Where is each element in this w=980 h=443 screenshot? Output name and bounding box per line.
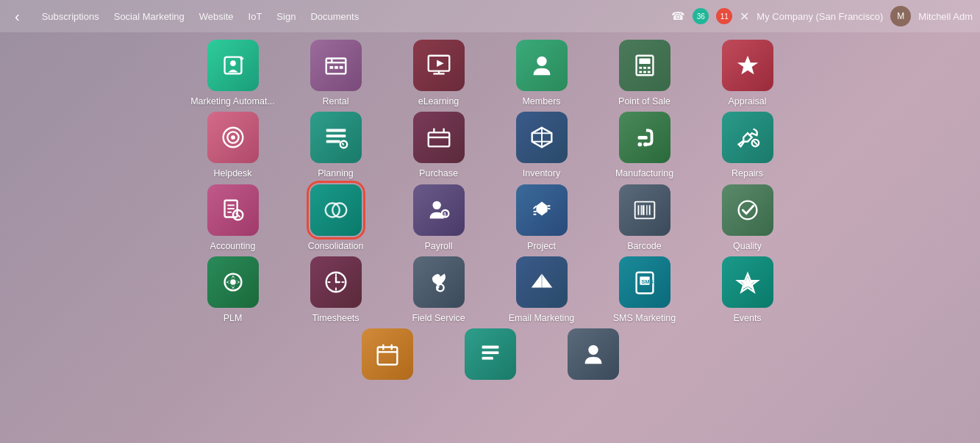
- app-icon-manufacturing: [619, 112, 670, 163]
- svg-rect-19: [643, 71, 646, 73]
- app-label-repairs: Repairs: [732, 168, 763, 179]
- app-icon-payroll: $: [413, 184, 465, 236]
- svg-marker-65: [235, 280, 240, 284]
- svg-point-1: [230, 60, 236, 66]
- svg-line-29: [342, 143, 343, 145]
- app-icon-bottom-2: [465, 328, 516, 380]
- app-helpdesk[interactable]: Helpdesk: [185, 112, 281, 179]
- svg-rect-26: [326, 134, 346, 137]
- app-plm[interactable]: PLM: [185, 256, 281, 324]
- svg-marker-21: [737, 56, 758, 75]
- svg-text:SMS: SMS: [641, 278, 653, 285]
- app-members[interactable]: Members: [494, 40, 590, 107]
- svg-rect-38: [637, 136, 647, 140]
- app-events[interactable]: Events: [700, 256, 795, 324]
- app-label-barcode: Barcode: [627, 240, 662, 252]
- app-label-planning: Planning: [318, 168, 354, 179]
- app-marketing-automation[interactable]: Marketing Automat...: [185, 40, 281, 107]
- svg-rect-83: [377, 347, 397, 365]
- app-elearning[interactable]: eLearning: [391, 40, 487, 107]
- app-icon-quality: [722, 184, 773, 236]
- nav-iot[interactable]: IoT: [248, 11, 262, 22]
- topbar: ‹ Subscriptions Social Marketing Website…: [0, 0, 980, 32]
- app-icon-email-marketing: [516, 256, 568, 308]
- app-appraisal[interactable]: Appraisal: [700, 40, 795, 107]
- app-row-3: Accounting Consolidation $ Payroll Proje…: [44, 184, 936, 252]
- app-purchase[interactable]: Purchase: [391, 112, 487, 179]
- app-sms-marketing[interactable]: SMS SMS Marketing: [597, 256, 693, 324]
- app-icon-barcode: [619, 184, 670, 236]
- user-avatar[interactable]: M: [890, 6, 911, 26]
- app-icon-planning: [310, 112, 362, 163]
- app-label-point-of-sale: Point of Sale: [618, 96, 670, 107]
- app-repairs[interactable]: Repairs: [700, 112, 795, 179]
- app-grid: Marketing Automat... Rental eLearning Me…: [0, 32, 980, 443]
- app-icon-elearning: [413, 40, 465, 91]
- app-bottom-3[interactable]: [546, 328, 641, 384]
- messages-icon[interactable]: 11: [716, 8, 732, 24]
- svg-point-24: [231, 135, 235, 140]
- app-icon-plm: [207, 256, 259, 308]
- app-planning[interactable]: Planning: [288, 112, 384, 179]
- svg-rect-27: [326, 140, 340, 143]
- svg-rect-14: [639, 59, 650, 65]
- nav-website[interactable]: Website: [199, 11, 234, 22]
- close-icon[interactable]: ✕: [740, 10, 749, 24]
- svg-rect-17: [647, 67, 650, 69]
- app-icon-bottom-3: [568, 328, 619, 380]
- company-label[interactable]: My Company (San Francisco): [757, 11, 883, 22]
- svg-rect-2: [326, 59, 346, 74]
- app-row-5: [44, 328, 936, 384]
- app-icon-timesheets: [310, 256, 362, 308]
- app-label-rental: Rental: [322, 96, 348, 107]
- app-row-4: PLM Timesheets Field Service Email Marke…: [44, 256, 936, 324]
- app-label-events: Events: [733, 312, 761, 324]
- app-quality[interactable]: Quality: [700, 184, 795, 252]
- app-field-service[interactable]: Field Service: [391, 256, 487, 324]
- app-rental[interactable]: Rental: [288, 40, 384, 107]
- app-bottom-1[interactable]: [340, 328, 435, 384]
- activity-icon[interactable]: 36: [693, 8, 709, 24]
- app-label-appraisal: Appraisal: [728, 96, 766, 107]
- topbar-right: ☎ 36 11 ✕ My Company (San Francisco) M M…: [671, 6, 973, 26]
- app-payroll[interactable]: $ Payroll: [391, 184, 487, 252]
- app-label-purchase: Purchase: [419, 168, 458, 179]
- app-icon-point-of-sale: [619, 40, 670, 91]
- app-label-elearning: eLearning: [418, 96, 459, 107]
- svg-rect-87: [482, 346, 498, 349]
- app-label-email-marketing: Email Marketing: [509, 312, 575, 324]
- svg-point-66: [230, 279, 236, 285]
- app-icon-marketing-automation: [207, 40, 259, 91]
- app-barcode[interactable]: Barcode: [597, 184, 693, 252]
- svg-marker-9: [437, 60, 444, 67]
- app-row-2: Helpdesk Planning Purchase Inventory Man…: [44, 112, 936, 179]
- app-label-payroll: Payroll: [424, 240, 452, 252]
- svg-rect-30: [428, 133, 449, 147]
- nav-sign[interactable]: Sign: [276, 11, 296, 22]
- back-button[interactable]: ‹: [7, 8, 27, 25]
- app-icon-bottom-1: [362, 328, 413, 380]
- app-consolidation[interactable]: Consolidation: [288, 184, 384, 252]
- app-timesheets[interactable]: Timesheets: [288, 256, 384, 324]
- nav-documents[interactable]: Documents: [310, 11, 359, 22]
- app-project[interactable]: Project: [494, 184, 590, 252]
- app-accounting[interactable]: Accounting: [185, 184, 281, 252]
- app-label-consolidation: Consolidation: [308, 240, 364, 252]
- phone-icon[interactable]: ☎: [671, 10, 685, 23]
- svg-rect-89: [482, 357, 493, 360]
- user-name: Mitchell Adm: [918, 11, 973, 22]
- app-bottom-2[interactable]: [443, 328, 538, 384]
- app-manufacturing[interactable]: Manufacturing: [597, 112, 693, 179]
- svg-line-42: [753, 141, 757, 145]
- app-inventory[interactable]: Inventory: [494, 112, 590, 179]
- svg-point-51: [432, 201, 440, 209]
- svg-text:$: $: [443, 212, 446, 217]
- nav-social-marketing[interactable]: Social Marketing: [114, 11, 185, 22]
- app-point-of-sale[interactable]: Point of Sale: [597, 40, 693, 107]
- app-icon-project: [516, 184, 568, 236]
- app-email-marketing[interactable]: Email Marketing: [494, 256, 590, 324]
- app-icon-inventory: [516, 112, 568, 163]
- svg-rect-15: [639, 67, 642, 69]
- svg-point-39: [637, 143, 642, 147]
- nav-subscriptions[interactable]: Subscriptions: [42, 11, 99, 22]
